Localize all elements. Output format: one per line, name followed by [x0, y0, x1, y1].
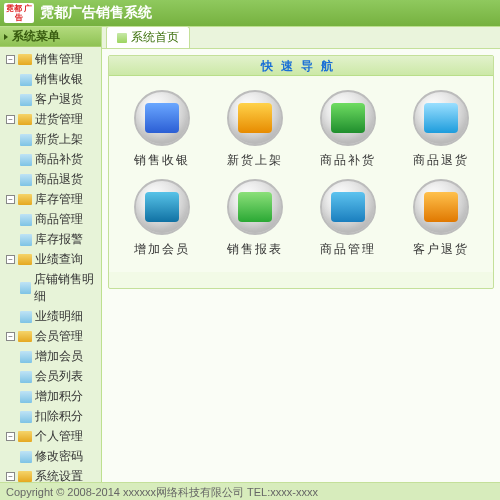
app-header: 霓都 广告 霓都广告销售系统 — [0, 0, 500, 26]
tile-icon — [227, 179, 283, 235]
tile-label: 销售收银 — [134, 152, 190, 169]
nav-group-label: 系统设置 — [35, 468, 83, 482]
nav-group-label: 进货管理 — [35, 111, 83, 128]
page-icon — [20, 451, 32, 463]
nav-group[interactable]: −库存管理 — [0, 189, 101, 209]
nav-item[interactable]: 库存报警 — [0, 229, 101, 249]
nav-item[interactable]: 增加会员 — [0, 346, 101, 366]
collapse-icon[interactable] — [4, 34, 8, 40]
nav-group[interactable]: −系统设置 — [0, 466, 101, 482]
folder-icon — [18, 431, 32, 442]
nav-item-label: 商品退货 — [35, 171, 83, 188]
minus-icon: − — [6, 195, 15, 204]
quicknav-grid: 销售收银新货上架商品补货商品退货增加会员销售报表商品管理客户退货 — [109, 76, 493, 272]
page-icon — [20, 94, 32, 106]
nav-item[interactable]: 店铺销售明细 — [0, 269, 101, 306]
nav-item-label: 会员列表 — [35, 368, 83, 385]
nav-group-label: 库存管理 — [35, 191, 83, 208]
nav-item[interactable]: 商品管理 — [0, 209, 101, 229]
page-icon — [20, 371, 32, 383]
tile-sale[interactable]: 销售收银 — [119, 90, 204, 169]
content-area: 系统首页 快速导航 销售收银新货上架商品补货商品退货增加会员销售报表商品管理客户… — [102, 27, 500, 482]
page-icon — [20, 351, 32, 363]
tile-icon — [320, 179, 376, 235]
tab-label: 系统首页 — [131, 29, 179, 46]
app-icon — [424, 192, 458, 222]
nav-item[interactable]: 会员列表 — [0, 366, 101, 386]
main-panel-area: 快速导航 销售收银新货上架商品补货商品退货增加会员销售报表商品管理客户退货 — [102, 49, 500, 482]
nav-item-label: 业绩明细 — [35, 308, 83, 325]
nav-item-label: 商品管理 — [35, 211, 83, 228]
nav-item-label: 店铺销售明细 — [34, 271, 101, 305]
folder-icon — [18, 471, 32, 482]
nav-group-label: 业绩查询 — [35, 251, 83, 268]
nav-item-label: 修改密码 — [35, 448, 83, 465]
nav-item[interactable]: 新货上架 — [0, 129, 101, 149]
panel-title: 快速导航 — [109, 56, 493, 76]
nav-item[interactable]: 扣除积分 — [0, 406, 101, 426]
layout: 系统菜单 −销售管理销售收银客户退货−进货管理新货上架商品补货商品退货−库存管理… — [0, 26, 500, 482]
home-icon — [117, 33, 127, 43]
nav-group[interactable]: −会员管理 — [0, 326, 101, 346]
tile-label: 商品管理 — [320, 241, 376, 258]
page-icon — [20, 74, 32, 86]
footer: Copyright © 2008-2014 xxxxxx网络科技有限公司 TEL… — [0, 482, 500, 500]
minus-icon: − — [6, 55, 15, 64]
tile-member[interactable]: 增加会员 — [119, 179, 204, 258]
nav-group[interactable]: −业绩查询 — [0, 249, 101, 269]
page-icon — [20, 174, 32, 186]
nav-item[interactable]: 销售收银 — [0, 69, 101, 89]
minus-icon: − — [6, 432, 15, 441]
nav-item[interactable]: 客户退货 — [0, 89, 101, 109]
nav-group[interactable]: −个人管理 — [0, 426, 101, 446]
tile-report[interactable]: 销售报表 — [212, 179, 297, 258]
minus-icon: − — [6, 332, 15, 341]
page-icon — [20, 411, 32, 423]
minus-icon: − — [6, 115, 15, 124]
tab-home[interactable]: 系统首页 — [106, 26, 190, 48]
tile-label: 增加会员 — [134, 241, 190, 258]
tile-icon — [227, 90, 283, 146]
folder-icon — [18, 194, 32, 205]
folder-icon — [18, 54, 32, 65]
nav-item-label: 扣除积分 — [35, 408, 83, 425]
quicknav-panel: 快速导航 销售收银新货上架商品补货商品退货增加会员销售报表商品管理客户退货 — [108, 55, 494, 289]
tile-label: 销售报表 — [227, 241, 283, 258]
nav-group[interactable]: −进货管理 — [0, 109, 101, 129]
nav-item-label: 客户退货 — [35, 91, 83, 108]
tile-icon — [134, 90, 190, 146]
tile-custret[interactable]: 客户退货 — [398, 179, 483, 258]
app-icon — [238, 192, 272, 222]
nav-item[interactable]: 增加积分 — [0, 386, 101, 406]
tile-icon — [413, 90, 469, 146]
nav-item[interactable]: 业绩明细 — [0, 306, 101, 326]
tile-label: 商品退货 — [413, 152, 469, 169]
nav-item-label: 增加会员 — [35, 348, 83, 365]
folder-icon — [18, 114, 32, 125]
tab-bar: 系统首页 — [102, 27, 500, 49]
nav-group[interactable]: −销售管理 — [0, 49, 101, 69]
nav-item[interactable]: 商品退货 — [0, 169, 101, 189]
nav-item-label: 商品补货 — [35, 151, 83, 168]
tile-restock[interactable]: 商品补货 — [305, 90, 390, 169]
app-title: 霓都广告销售系统 — [40, 4, 152, 22]
tile-label: 新货上架 — [227, 152, 283, 169]
page-icon — [20, 214, 32, 226]
tile-newstock[interactable]: 新货上架 — [212, 90, 297, 169]
logo: 霓都 广告 — [4, 3, 34, 23]
tile-label: 客户退货 — [413, 241, 469, 258]
tile-label: 商品补货 — [320, 152, 376, 169]
tile-return[interactable]: 商品退货 — [398, 90, 483, 169]
nav-item-label: 增加积分 — [35, 388, 83, 405]
app-icon — [331, 103, 365, 133]
tile-goods[interactable]: 商品管理 — [305, 179, 390, 258]
nav-item-label: 库存报警 — [35, 231, 83, 248]
page-icon — [20, 134, 32, 146]
nav-group-label: 销售管理 — [35, 51, 83, 68]
nav-item[interactable]: 修改密码 — [0, 446, 101, 466]
nav-item[interactable]: 商品补货 — [0, 149, 101, 169]
sidebar: 系统菜单 −销售管理销售收银客户退货−进货管理新货上架商品补货商品退货−库存管理… — [0, 27, 102, 482]
app-icon — [145, 103, 179, 133]
folder-icon — [18, 254, 32, 265]
page-icon — [20, 311, 32, 323]
